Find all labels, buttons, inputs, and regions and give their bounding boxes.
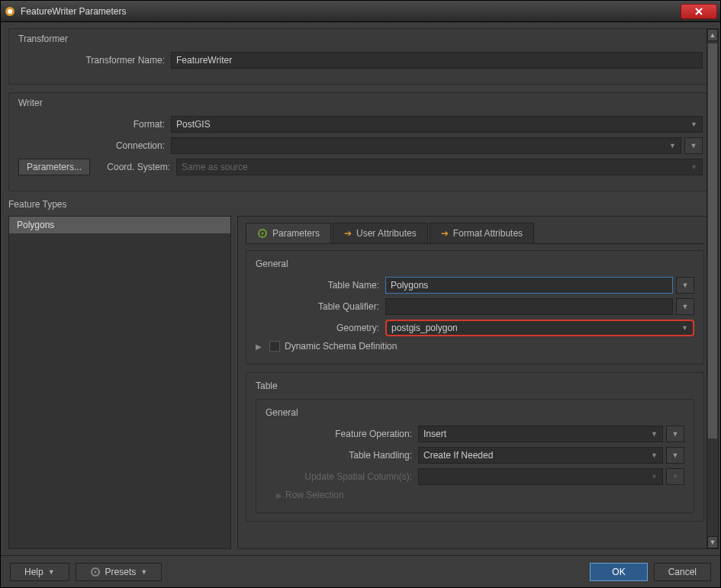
update-spatial-label: Update Spatial Column(s): bbox=[266, 471, 418, 482]
update-spatial-extra-button: ▼ bbox=[666, 468, 684, 485]
ok-button[interactable]: OK bbox=[590, 563, 647, 581]
arrow-right-icon: ➔ bbox=[344, 228, 352, 239]
expand-icon[interactable]: ▶ bbox=[256, 342, 262, 351]
svg-point-1 bbox=[8, 9, 12, 14]
coord-select[interactable]: Same as source ▼ bbox=[176, 159, 703, 175]
connection-row: Connection: ▼ ▼ bbox=[18, 137, 703, 154]
presets-label: Presets bbox=[105, 567, 137, 577]
writer-group: Writer Format: PostGIS ▼ Connection: ▼ ▼… bbox=[8, 92, 713, 191]
tab-user-attributes-label: User Attributes bbox=[356, 228, 417, 239]
tab-format-attributes[interactable]: ➔ Format Attributes bbox=[430, 223, 534, 243]
dynamic-schema-checkbox[interactable] bbox=[269, 341, 280, 352]
help-button[interactable]: Help ▼ bbox=[10, 563, 69, 581]
row-selection-label: Row Selection bbox=[285, 490, 344, 500]
table-group: Table General Feature Operation: Insert … bbox=[246, 372, 704, 522]
feature-types-title: Feature Types bbox=[8, 199, 713, 210]
table-general-subgroup: General Feature Operation: Insert ▼ ▼ bbox=[256, 399, 694, 513]
chevron-down-icon: ▼ bbox=[690, 163, 697, 171]
dialog-window: FeatureWriter Parameters Transformer Tra… bbox=[0, 0, 721, 588]
coord-value: Same as source bbox=[182, 162, 248, 172]
svg-point-5 bbox=[94, 570, 96, 573]
row-selection-row: ▶ Row Selection bbox=[266, 490, 684, 500]
table-general-title: General bbox=[266, 407, 684, 418]
chevron-down-icon: ▼ bbox=[669, 142, 676, 149]
general-group: General Table Name: Polygons ▼ Table Qua… bbox=[246, 250, 704, 365]
gear-icon bbox=[90, 567, 101, 577]
tab-parameters[interactable]: Parameters bbox=[246, 223, 331, 243]
geometry-label: Geometry: bbox=[256, 323, 385, 333]
geometry-value: postgis_polygon bbox=[391, 323, 458, 333]
table-qualifier-input[interactable] bbox=[385, 298, 673, 315]
app-icon bbox=[4, 5, 16, 18]
titlebar: FeatureWriter Parameters bbox=[1, 1, 720, 22]
writer-group-title: Writer bbox=[18, 98, 703, 108]
feature-op-row: Feature Operation: Insert ▼ ▼ bbox=[266, 426, 684, 442]
feature-types-body: Polygons Parameters ➔ User Attributes bbox=[8, 216, 713, 549]
transformer-name-label: Transformer Name: bbox=[18, 55, 171, 66]
presets-button[interactable]: Presets ▼ bbox=[76, 563, 163, 581]
svg-point-3 bbox=[262, 233, 264, 235]
scroll-down-icon[interactable]: ▼ bbox=[707, 536, 718, 548]
coord-row: Parameters... Coord. System: Same as sou… bbox=[18, 159, 703, 175]
table-name-input[interactable]: Polygons bbox=[385, 277, 673, 294]
geometry-select[interactable]: postgis_polygon ▼ bbox=[385, 320, 694, 336]
chevron-down-icon: ▼ bbox=[651, 451, 658, 459]
chevron-down-icon: ▼ bbox=[651, 473, 658, 480]
format-select[interactable]: PostGIS ▼ bbox=[171, 116, 703, 133]
tabs: Parameters ➔ User Attributes ➔ Format At… bbox=[246, 223, 704, 244]
feature-op-extra-button[interactable]: ▼ bbox=[666, 426, 684, 442]
table-handling-row: Table Handling: Create If Needed ▼ ▼ bbox=[266, 447, 684, 464]
gear-icon bbox=[257, 228, 268, 239]
help-label: Help bbox=[24, 567, 43, 577]
chevron-down-icon: ▼ bbox=[48, 568, 55, 576]
parameters-button[interactable]: Parameters... bbox=[18, 159, 90, 175]
list-item[interactable]: Polygons bbox=[9, 217, 230, 233]
connection-label: Connection: bbox=[18, 140, 171, 151]
feature-types-panel: Parameters ➔ User Attributes ➔ Format At… bbox=[237, 216, 713, 549]
chevron-down-icon: ▼ bbox=[681, 324, 688, 332]
table-handling-label: Table Handling: bbox=[266, 450, 418, 461]
scroll-up-icon[interactable]: ▲ bbox=[707, 29, 718, 41]
table-title: Table bbox=[256, 381, 694, 391]
table-qualifier-extra-button[interactable]: ▼ bbox=[676, 298, 694, 315]
general-title: General bbox=[256, 259, 694, 269]
table-handling-value: Create If Needed bbox=[423, 450, 493, 461]
chevron-down-icon: ▼ bbox=[140, 568, 147, 576]
feature-types-list[interactable]: Polygons bbox=[8, 216, 231, 549]
table-qualifier-row: Table Qualifier: ▼ bbox=[256, 298, 694, 315]
feature-op-label: Feature Operation: bbox=[266, 429, 418, 439]
expand-icon: ▶ bbox=[276, 491, 282, 500]
chevron-down-icon: ▼ bbox=[651, 430, 658, 438]
tab-user-attributes[interactable]: ➔ User Attributes bbox=[333, 223, 428, 243]
cancel-button[interactable]: Cancel bbox=[654, 563, 711, 581]
coord-label: Coord. System: bbox=[101, 162, 176, 172]
table-name-row: Table Name: Polygons ▼ bbox=[256, 277, 694, 294]
connection-extra-button[interactable]: ▼ bbox=[684, 137, 703, 154]
table-name-label: Table Name: bbox=[256, 280, 385, 291]
vertical-scrollbar[interactable]: ▲ ▼ bbox=[707, 28, 719, 549]
table-qualifier-label: Table Qualifier: bbox=[256, 301, 385, 312]
table-handling-extra-button[interactable]: ▼ bbox=[666, 447, 684, 464]
update-spatial-row: Update Spatial Column(s): ▼ ▼ bbox=[266, 468, 684, 485]
close-button[interactable] bbox=[681, 4, 717, 19]
feature-op-value: Insert bbox=[423, 429, 446, 439]
table-handling-select[interactable]: Create If Needed ▼ bbox=[418, 447, 663, 464]
arrow-right-icon: ➔ bbox=[441, 228, 449, 239]
transformer-name-row: Transformer Name: FeatureWriter bbox=[18, 52, 703, 69]
connection-select[interactable]: ▼ bbox=[171, 137, 681, 154]
format-label: Format: bbox=[18, 119, 171, 130]
transformer-group-title: Transformer bbox=[18, 34, 703, 44]
dynamic-schema-label: Dynamic Schema Definition bbox=[285, 341, 397, 352]
scroll-thumb[interactable] bbox=[707, 43, 718, 439]
transformer-group: Transformer Transformer Name: FeatureWri… bbox=[8, 28, 713, 85]
update-spatial-select: ▼ bbox=[418, 468, 663, 485]
format-row: Format: PostGIS ▼ bbox=[18, 116, 703, 133]
transformer-name-input[interactable]: FeatureWriter bbox=[171, 52, 703, 69]
dialog-footer: Help ▼ Presets ▼ OK Cancel bbox=[1, 555, 720, 587]
dialog-content: Transformer Transformer Name: FeatureWri… bbox=[1, 22, 720, 555]
table-name-extra-button[interactable]: ▼ bbox=[676, 277, 694, 294]
tab-parameters-label: Parameters bbox=[272, 228, 320, 239]
geometry-row: Geometry: postgis_polygon ▼ bbox=[256, 320, 694, 336]
window-title: FeatureWriter Parameters bbox=[21, 6, 681, 17]
feature-op-select[interactable]: Insert ▼ bbox=[418, 426, 663, 442]
